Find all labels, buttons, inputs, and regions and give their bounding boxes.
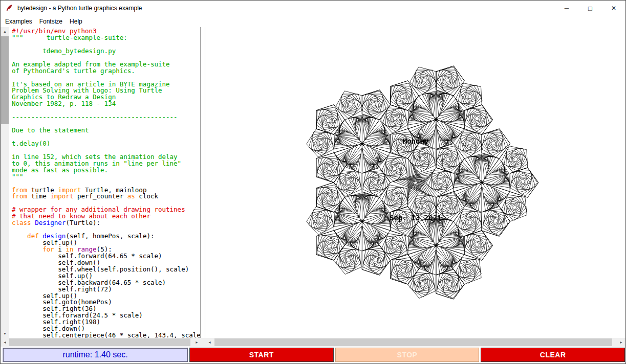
scroll-right-icon[interactable]: ► <box>617 338 625 347</box>
main-area: ▲ ▼ #!/usr/bin/env python3""" turtle-exa… <box>1 27 625 338</box>
scroll-left-icon[interactable]: ◄ <box>1 338 9 347</box>
code-line: self.centerpiece(46 * scale, 143.4, scal… <box>12 332 200 338</box>
app-window: bytedesign - a Python turtle graphics ex… <box>0 0 626 364</box>
code-editor[interactable]: #!/usr/bin/env python3""" turtle-example… <box>9 27 201 338</box>
scroll-up-icon[interactable]: ▲ <box>1 27 9 36</box>
menu-help[interactable]: Help <box>66 17 86 26</box>
code-line: November 1982, p. 118 - 134 <box>12 101 200 107</box>
close-button[interactable]: ✕ <box>602 1 625 16</box>
code-vertical-scrollbar[interactable]: ▲ ▼ <box>1 27 9 338</box>
code-hscroll-thumb[interactable] <box>9 338 190 346</box>
code-line: t.delay(0) <box>12 141 200 147</box>
canvas-hscroll-track[interactable] <box>214 338 617 347</box>
scroll-down-icon[interactable]: ▼ <box>1 329 9 338</box>
canvas-panel <box>205 27 625 338</box>
titlebar[interactable]: bytedesign - a Python turtle graphics ex… <box>1 1 625 16</box>
code-line: tdemo_bytedesign.py <box>12 48 200 55</box>
start-button[interactable]: START <box>189 348 334 362</box>
maximize-icon: □ <box>588 5 592 12</box>
code-vscroll-track[interactable] <box>1 36 9 329</box>
canvas-horizontal-scrollbar[interactable]: ◄ ► <box>205 338 625 347</box>
pane-separator <box>201 27 205 338</box>
clear-button[interactable]: CLEAR <box>481 348 625 362</box>
code-vscroll-thumb[interactable] <box>1 36 9 124</box>
code-line: from time import perf_counter as clock <box>12 193 200 200</box>
minimize-icon: ─ <box>565 5 569 12</box>
minimize-button[interactable]: ─ <box>555 1 578 16</box>
code-line: mode as fast as possible. <box>12 167 200 174</box>
menu-fontsize[interactable]: Fontsize <box>36 17 66 26</box>
maximize-button[interactable]: □ <box>578 1 602 16</box>
app-icon <box>5 4 13 12</box>
stop-button[interactable]: STOP <box>335 348 480 362</box>
window-title: bytedesign - a Python turtle graphics ex… <box>17 5 142 12</box>
code-area: #!/usr/bin/env python3""" turtle-example… <box>12 28 200 338</box>
close-icon: ✕ <box>611 5 616 12</box>
hscroll-gap <box>201 338 205 347</box>
scroll-left-icon[interactable]: ◄ <box>205 338 214 347</box>
hscroll-row: ◄ ► ◄ ► <box>1 338 625 347</box>
code-line: """ turtle-example-suite: <box>12 35 200 41</box>
code-line: of PythonCard's turtle graphics. <box>12 68 200 75</box>
window-controls: ─ □ ✕ <box>555 1 625 16</box>
turtle-canvas <box>205 27 625 338</box>
code-line: """ <box>12 174 200 180</box>
status-bar: runtime: 1.40 sec. START STOP CLEAR <box>1 347 625 363</box>
menu-examples[interactable]: Examples <box>2 17 36 26</box>
runtime-label: runtime: 1.40 sec. <box>3 348 188 362</box>
code-horizontal-scrollbar[interactable]: ◄ ► <box>1 338 201 347</box>
menubar: Examples Fontsize Help <box>1 16 625 27</box>
code-hscroll-track[interactable] <box>9 338 192 347</box>
code-line: ----------------------------------------… <box>12 114 200 121</box>
canvas-hscroll-thumb[interactable] <box>214 338 612 346</box>
code-line: Due to the statement <box>12 127 200 134</box>
scroll-right-icon[interactable]: ► <box>192 338 201 347</box>
code-line: class Designer(Turtle): <box>12 220 200 226</box>
